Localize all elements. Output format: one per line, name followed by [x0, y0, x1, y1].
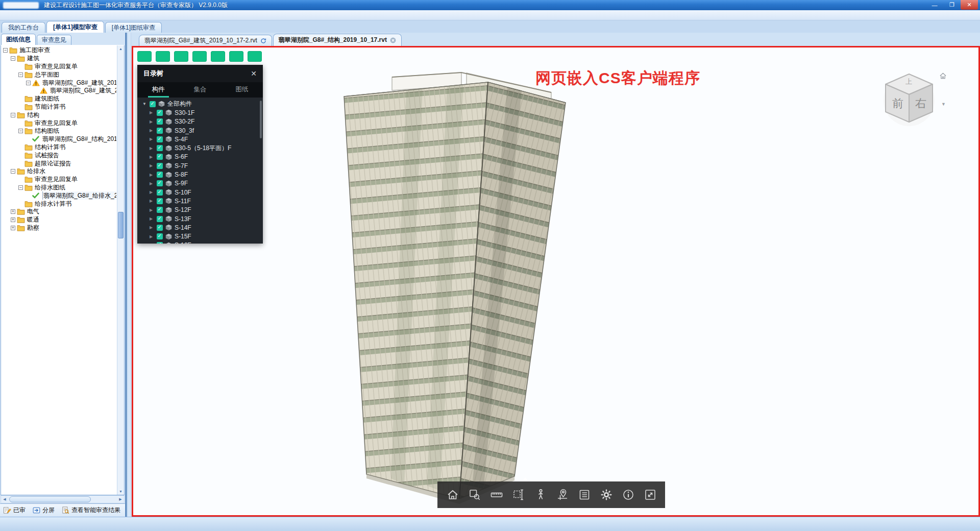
catalog-item[interactable]: ▶ S-10F — [137, 188, 263, 197]
scroll-down-arrow-icon[interactable]: ▼ — [117, 488, 124, 495]
catalog-item[interactable]: ▼ 全部构件 — [137, 100, 263, 108]
tree-item[interactable]: − 给排水 — [1, 167, 116, 176]
status-action[interactable]: 查看智能审查结果 — [62, 506, 120, 515]
collapse-icon[interactable]: − — [18, 73, 23, 77]
tree-item[interactable]: 翡翠湖别院_G8#_结构_2019_10_17. r — [1, 135, 116, 143]
settings-icon[interactable] — [599, 487, 614, 502]
checkbox[interactable] — [157, 118, 163, 125]
catalog-item[interactable]: ▶ S-13F — [137, 214, 263, 223]
catalog-item[interactable]: ▶ S-4F — [137, 135, 263, 143]
catalog-item[interactable]: ▶ S30-2F — [137, 117, 263, 126]
expand-icon[interactable]: + — [11, 209, 15, 214]
tree-item[interactable]: 建筑图纸 — [1, 95, 116, 103]
maximize-button[interactable]: ❐ — [943, 0, 961, 10]
checkbox[interactable] — [157, 180, 163, 186]
collapse-icon[interactable]: − — [18, 129, 23, 133]
tree-item[interactable]: 超限论证报告 — [1, 159, 116, 167]
tree-vertical-scrollbar[interactable]: ▲ ▼ — [117, 45, 124, 495]
checkbox[interactable] — [157, 189, 163, 196]
viewer-toolbar-button[interactable] — [211, 51, 225, 62]
tree-item[interactable]: − 结构 — [1, 111, 116, 119]
menu-item[interactable] — [19, 15, 21, 16]
checkbox[interactable] — [157, 154, 163, 160]
chevron-collapsed-icon[interactable]: ▶ — [150, 146, 154, 151]
scrollbar-thumb[interactable] — [118, 212, 124, 238]
expand-icon[interactable]: + — [11, 218, 15, 222]
viewer-toolbar-button[interactable] — [248, 51, 262, 62]
chevron-collapsed-icon[interactable]: ▶ — [150, 155, 154, 159]
status-action[interactable]: 已审 — [3, 506, 26, 515]
collapse-icon[interactable]: − — [11, 169, 15, 174]
tree-item[interactable]: 翡翠湖别院_G8#_给排水_2019_10_17 — [1, 191, 116, 200]
chevron-collapsed-icon[interactable]: ▶ — [150, 190, 154, 195]
collapse-icon[interactable]: − — [11, 56, 15, 61]
minimize-button[interactable]: — — [926, 0, 943, 10]
scroll-left-arrow-icon[interactable]: ◀ — [1, 496, 8, 503]
model-viewer-canvas[interactable]: 网页嵌入CS客户端程序 上 前 右 ▼ — [132, 46, 980, 517]
tree-item[interactable]: + 勘察 — [1, 224, 116, 232]
close-button[interactable]: ✕ — [961, 0, 978, 10]
checkbox[interactable] — [157, 110, 163, 116]
collapse-icon[interactable]: − — [18, 185, 23, 190]
home-icon[interactable] — [445, 487, 460, 502]
collapse-icon[interactable]: − — [3, 48, 8, 53]
tree-item[interactable]: 审查意见回复单 — [1, 63, 116, 71]
list-icon[interactable] — [577, 487, 592, 502]
chevron-collapsed-icon[interactable]: ▶ — [150, 173, 154, 177]
chevron-collapsed-icon[interactable]: ▶ — [150, 181, 154, 186]
document-tab[interactable]: 翡翠湖别院_G8#_结构_2019_10_17.rvt — [273, 34, 402, 46]
menu-item[interactable] — [35, 15, 37, 16]
left-panel-tab[interactable]: 审查意见 — [37, 35, 71, 45]
catalog-item[interactable]: ▶ S-8F — [137, 170, 263, 179]
left-panel-tab[interactable]: 图纸信息 — [1, 34, 36, 45]
viewer-toolbar-button[interactable] — [229, 51, 243, 62]
workspace-tab[interactable]: [单体1]模型审查 — [46, 21, 104, 33]
checkbox[interactable] — [157, 145, 163, 151]
chevron-collapsed-icon[interactable]: ▶ — [150, 243, 154, 244]
navigation-cube[interactable]: 上 前 右 — [880, 70, 938, 127]
catalog-tab[interactable]: 集合 — [179, 82, 221, 98]
tree-item[interactable]: + 暖通 — [1, 216, 116, 224]
refresh-icon[interactable] — [260, 38, 266, 44]
tree-item[interactable]: 审查意见回复单 — [1, 176, 116, 184]
catalog-tab[interactable]: 图纸 — [221, 82, 263, 98]
scroll-up-arrow-icon[interactable]: ▲ — [117, 45, 124, 52]
catalog-tab[interactable]: 构件 — [137, 82, 179, 98]
cube-menu-arrow-icon[interactable]: ▼ — [941, 102, 946, 107]
scroll-right-arrow-icon[interactable]: ▶ — [117, 496, 124, 503]
catalog-item[interactable]: ▶ S-11F — [137, 197, 263, 205]
close-icon[interactable]: ✕ — [251, 69, 257, 78]
info-icon[interactable] — [621, 487, 636, 502]
chevron-collapsed-icon[interactable]: ▶ — [150, 225, 154, 230]
checkbox[interactable] — [157, 242, 163, 244]
tree-item[interactable]: 结构计算书 — [1, 143, 116, 152]
checkbox[interactable] — [157, 198, 163, 204]
chevron-collapsed-icon[interactable]: ▶ — [150, 110, 154, 115]
collapse-icon[interactable]: − — [11, 113, 15, 117]
viewer-toolbar-button[interactable] — [192, 51, 207, 62]
checkbox[interactable] — [157, 128, 163, 134]
section-icon[interactable] — [511, 487, 526, 502]
viewer-toolbar-button[interactable] — [156, 51, 170, 62]
catalog-item[interactable]: ▶ S-9F — [137, 179, 263, 188]
tree-item[interactable]: 翡翠湖别院_G8#_建筑_2019_10_1 — [1, 87, 116, 95]
fullscreen-icon[interactable] — [643, 487, 658, 502]
tree-item[interactable]: − 总平面图 — [1, 70, 116, 79]
tree-item[interactable]: − 施工图审查 — [1, 46, 116, 55]
home-view-icon[interactable] — [939, 72, 947, 80]
workspace-tab[interactable]: 我的工作台 — [2, 22, 45, 33]
catalog-item[interactable]: ▶ S-16F — [137, 241, 263, 244]
tree-item[interactable]: − 结构图纸 — [1, 127, 116, 135]
tree-item[interactable]: − 建筑 — [1, 55, 116, 63]
chevron-collapsed-icon[interactable]: ▶ — [150, 216, 154, 221]
catalog-scrollbar-thumb[interactable] — [260, 101, 262, 138]
catalog-item[interactable]: ▶ S-12F — [137, 206, 263, 214]
checkbox[interactable] — [157, 136, 163, 142]
tree-item[interactable]: 审查意见回复单 — [1, 119, 116, 127]
close-icon[interactable] — [390, 37, 396, 43]
zoom-area-icon[interactable] — [467, 487, 482, 502]
catalog-panel-header[interactable]: 目录树 ✕ — [137, 65, 263, 82]
chevron-collapsed-icon[interactable]: ▶ — [150, 119, 154, 124]
tree-item[interactable]: + 电气 — [1, 208, 116, 216]
walk-icon[interactable] — [533, 487, 548, 502]
